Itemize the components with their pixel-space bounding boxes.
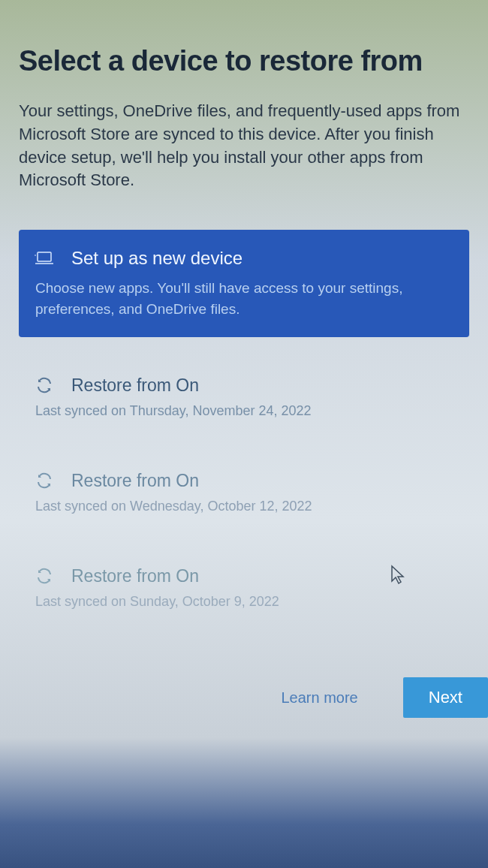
option-restore-0-subtitle: Last synced on Thursday, November 24, 20…	[34, 403, 454, 419]
learn-more-link[interactable]: Learn more	[281, 689, 357, 707]
next-button[interactable]: Next	[403, 677, 488, 718]
option-restore-0[interactable]: Restore from On Last synced on Thursday,…	[19, 360, 469, 434]
option-restore-2-subtitle: Last synced on Sunday, October 9, 2022	[34, 594, 454, 610]
footer-actions: Learn more Next	[0, 677, 488, 718]
option-new-device-title: Set up as new device	[71, 248, 242, 269]
sync-icon	[34, 565, 55, 586]
sync-icon	[34, 375, 55, 396]
option-new-device-subtitle: Choose new apps. You'll still have acces…	[34, 278, 454, 319]
option-restore-1-subtitle: Last synced on Wednesday, October 12, 20…	[34, 499, 454, 514]
option-restore-0-title: Restore from On	[71, 375, 199, 396]
option-restore-1-title: Restore from On	[71, 471, 199, 491]
device-icon	[34, 248, 55, 269]
option-new-device[interactable]: Set up as new device Choose new apps. Yo…	[19, 230, 469, 337]
page-description: Your settings, OneDrive files, and frequ…	[19, 100, 469, 192]
sync-icon	[34, 470, 55, 491]
option-restore-2-title: Restore from On	[71, 566, 199, 586]
option-restore-2[interactable]: Restore from On Last synced on Sunday, O…	[19, 550, 469, 625]
page-title: Select a device to restore from	[19, 45, 469, 77]
svg-rect-0	[38, 252, 51, 261]
option-restore-1[interactable]: Restore from On Last synced on Wednesday…	[19, 455, 469, 529]
